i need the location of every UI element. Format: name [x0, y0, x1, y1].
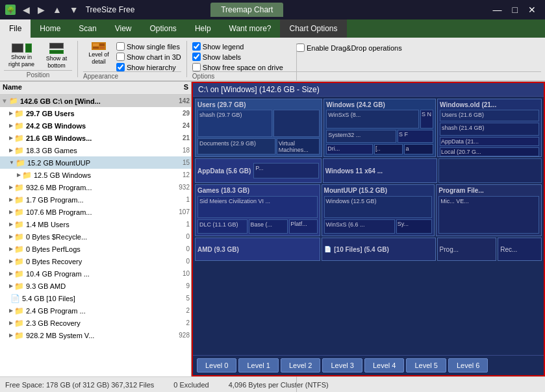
menu-scan[interactable]: Scan — [70, 19, 105, 38]
dragdrop-input[interactable] — [296, 43, 305, 52]
app-title: TreeSize Free — [86, 5, 135, 14]
menu-file[interactable]: File — [0, 19, 31, 38]
show-right-pane-button[interactable]: Show inright pane — [4, 42, 39, 70]
status-bytes-per-cluster: 4,096 Bytes per Cluster (NTFS) — [229, 381, 329, 389]
show-free-space-checkbox[interactable]: Show free space on drive — [192, 63, 283, 71]
menu-home[interactable]: Home — [31, 19, 70, 38]
appearance-group: Level ofdetail Show single files Show ch… — [83, 40, 181, 79]
position-group: Show inright pane Show atbottom Position — [4, 40, 72, 79]
free-space-input[interactable] — [192, 63, 201, 71]
list-item[interactable]: ▶📁12.5 GB Windows12 — [0, 169, 191, 181]
menu-help[interactable]: Help — [186, 19, 220, 38]
single-files-input[interactable] — [116, 42, 125, 51]
menu-view[interactable]: View — [106, 19, 141, 38]
menu-chart-options[interactable]: Chart Options — [280, 19, 346, 38]
level-of-detail-label: Level ofdetail — [88, 51, 109, 66]
list-item[interactable]: ▶📁24.2 GB Windows24 — [0, 119, 191, 132]
level-5-button[interactable]: Level 5 — [406, 358, 446, 373]
tm-empty1 — [438, 158, 542, 183]
tm-amd[interactable]: AMD (9.3 GB) — [195, 238, 320, 261]
main-content: Name S ▼ 📁 142.6 GB C:\ on [Wind... 142 … — [0, 82, 545, 376]
tree-header: Name S — [0, 82, 191, 95]
list-item[interactable]: ▶📁0 Bytes PerfLogs0 — [0, 243, 191, 255]
tm-windows[interactable]: Windows (24.2 GB) WinSxS (8... S N Syste… — [323, 99, 436, 157]
list-item[interactable]: ▶📁928.2 MB System V...928 — [0, 329, 191, 341]
show-labels-checkbox[interactable]: Show labels — [192, 53, 283, 61]
tree-row-root[interactable]: ▼ 📁 142.6 GB C:\ on [Wind... 142 — [0, 95, 191, 107]
status-free-space: Free Space: 178 GB (of 312 GB) 367,312 F… — [5, 381, 154, 389]
list-item[interactable]: ▶📁21.6 GB Windows...21 — [0, 132, 191, 144]
legend-input[interactable] — [192, 42, 201, 51]
level-1-button[interactable]: Level 1 — [238, 358, 278, 373]
title-bar-left: 🌳 ◀ ▶ ▲ ▼ TreeSize Free — [5, 3, 210, 16]
level-4-button[interactable]: Level 4 — [364, 358, 404, 373]
list-item[interactable]: ▶📁9.3 GB AMD9 — [0, 280, 191, 292]
tm-rec[interactable]: Rec... — [498, 238, 542, 261]
chart-3d-input[interactable] — [116, 53, 125, 61]
enable-dragdrop-checkbox[interactable]: Enable Drag&Drop operations — [296, 43, 402, 52]
tm-appdata[interactable]: AppData (5.6 GB) P... — [195, 158, 322, 183]
show-bottom-button[interactable]: Show atbottom — [41, 42, 72, 70]
show-hierarchy-checkbox[interactable]: Show hierarchy — [116, 63, 181, 71]
level-0-button[interactable]: Level 0 — [197, 358, 236, 373]
show-single-files-checkbox[interactable]: Show single files — [116, 42, 181, 51]
menu-options[interactable]: Options — [141, 19, 186, 38]
nav-buttons: ◀ ▶ ▲ ▼ — [19, 3, 82, 16]
list-item[interactable]: ▶📁1.4 MB Users1 — [0, 218, 191, 230]
tm-prog[interactable]: Prog... — [437, 238, 497, 261]
level-of-detail-button[interactable]: Level ofdetail — [83, 40, 114, 68]
list-item[interactable]: ▶📁932.6 MB Program...932 — [0, 181, 191, 193]
treemap-tab[interactable]: Treemap Chart — [210, 3, 283, 17]
treemap-panel: C:\ on [Windows] (142.6 GB - Size) Users… — [192, 82, 545, 376]
list-item[interactable]: ▶📁107.6 MB Program...107 — [0, 206, 191, 218]
minimize-button[interactable]: — — [489, 5, 506, 15]
tm-windows-old[interactable]: Windows.old (21... Users (21.6 GB) shash… — [437, 99, 542, 157]
labels-input[interactable] — [192, 53, 201, 61]
show-legend-checkbox[interactable]: Show legend — [192, 42, 283, 51]
list-item[interactable]: ▶📁0 Bytes $Recycle...0 — [0, 230, 191, 243]
list-item[interactable]: ▶📁18.3 GB Games18 — [0, 144, 191, 156]
tree-root-name: 142.6 GB C:\ on [Wind... — [20, 97, 165, 105]
tree-col-name-header: Name — [3, 83, 156, 93]
up-button[interactable]: ▲ — [49, 3, 65, 16]
title-bar: 🌳 ◀ ▶ ▲ ▼ TreeSize Free Treemap Chart — … — [0, 0, 545, 19]
level-bar: Level 0 Level 1 Level 2 Level 3 Level 4 … — [193, 355, 544, 375]
window-controls: — □ ✕ — [489, 5, 540, 15]
back-button[interactable]: ◀ — [19, 3, 33, 16]
options-group: Show legend Show labels Show free space … — [192, 40, 541, 79]
show-chart-3d-checkbox[interactable]: Show chart in 3D — [116, 53, 181, 61]
list-item[interactable]: ▶📁0 Bytes Recovery0 — [0, 255, 191, 267]
show-bottom-label: Show atbottom — [46, 55, 68, 69]
list-item[interactable]: ▶📁29.7 GB Users29 — [0, 107, 191, 119]
list-item[interactable]: 📄5.4 GB [10 Files]5 — [0, 292, 191, 304]
list-item[interactable]: ▶📁2.3 GB Recovery2 — [0, 317, 191, 329]
tm-10files[interactable]: 📄 [10 Files] (5.4 GB) — [322, 238, 435, 261]
menu-want-more[interactable]: Want more? — [220, 19, 281, 38]
list-item[interactable]: ▶📁2.4 GB Program ...2 — [0, 304, 191, 317]
level-6-button[interactable]: Level 6 — [448, 358, 488, 373]
dropdown-button[interactable]: ▼ — [66, 3, 82, 16]
list-item[interactable]: ▼📁15.2 GB MountUUP15 — [0, 156, 191, 169]
tree-col-size-header: S — [156, 83, 188, 93]
tm-users[interactable]: Users (29.7 GB) shash (29.7 GB) Document… — [195, 99, 322, 157]
status-bar: Free Space: 178 GB (of 312 GB) 367,312 F… — [0, 376, 545, 392]
file-tree-panel: Name S ▼ 📁 142.6 GB C:\ on [Wind... 142 … — [0, 82, 192, 376]
menu-bar: File Home Scan View Options Help Want mo… — [0, 19, 545, 38]
tree-root-size: 142 — [165, 97, 190, 104]
level-3-button[interactable]: Level 3 — [322, 358, 362, 373]
level-2-button[interactable]: Level 2 — [281, 358, 320, 373]
app-icon: 🌳 — [5, 5, 16, 15]
list-item[interactable]: ▶📁10.4 GB Program ...10 — [0, 267, 191, 280]
tm-program-files[interactable]: Program File... Mic... VE... — [436, 184, 542, 236]
tm-windows-11[interactable]: Windows 11 x64 ... — [323, 158, 438, 183]
status-excluded: 0 Excluded — [173, 381, 209, 389]
show-right-pane-label: Show inright pane — [8, 54, 34, 68]
treemap-title: C:\ on [Windows] (142.6 GB - Size) — [193, 83, 544, 97]
close-button[interactable]: ✕ — [524, 5, 540, 15]
maximize-button[interactable]: □ — [509, 5, 522, 15]
hierarchy-input[interactable] — [116, 63, 125, 71]
forward-button[interactable]: ▶ — [34, 3, 48, 16]
tm-games[interactable]: Games (18.3 GB) Sid Meiers Civilization … — [195, 184, 320, 236]
tm-mountuup[interactable]: MountUUP (15.2 GB) Windows (12.5 GB) Win… — [322, 184, 435, 236]
list-item[interactable]: ▶📁1.7 GB Program...1 — [0, 193, 191, 206]
